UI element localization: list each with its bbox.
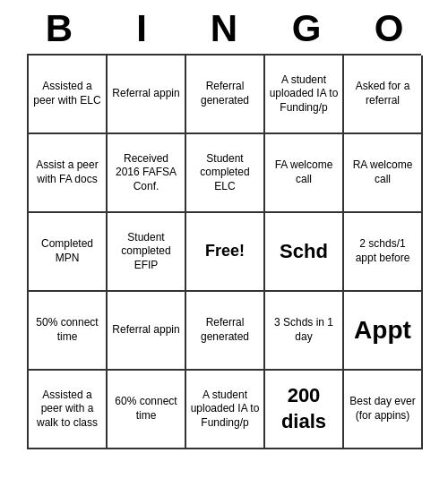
bingo-cell-24: Best day ever (for appins) [344, 371, 423, 449]
bingo-cell-11: Student completed EFIP [108, 213, 186, 292]
bingo-cell-19: Appt [344, 292, 423, 371]
bingo-cell-18: 3 Schds in 1 day [265, 292, 344, 371]
bingo-cell-23: 200 dials [265, 371, 344, 449]
bingo-cell-14: 2 schds/1 appt before [344, 213, 423, 292]
header-letter-o: O [349, 7, 428, 50]
bingo-cell-22: A student uploaded IA to Funding/p [186, 371, 265, 449]
bingo-cell-3: A student uploaded IA to Funding/p [265, 56, 344, 134]
bingo-cell-5: Assist a peer with FA docs [29, 134, 108, 213]
bingo-cell-16: Referral appin [108, 292, 186, 371]
bingo-cell-20: Assisted a peer with a walk to class [29, 371, 108, 449]
bingo-cell-7: Student completed ELC [186, 134, 265, 213]
header-letter-i: I [102, 7, 181, 50]
bingo-cell-4: Asked for a referral [344, 56, 423, 134]
bingo-cell-9: RA welcome call [344, 134, 423, 213]
bingo-cell-10: Completed MPN [29, 213, 108, 292]
header-letter-g: G [267, 7, 346, 50]
bingo-header: B I N G O [18, 0, 430, 54]
bingo-cell-12: Free! [186, 213, 265, 292]
bingo-cell-21: 60% connect time [108, 371, 186, 449]
bingo-cell-13: Schd [265, 213, 344, 292]
bingo-grid: Assisted a peer with ELCReferral appinRe… [27, 54, 421, 449]
bingo-cell-6: Received 2016 FAFSA Conf. [108, 134, 186, 213]
bingo-cell-17: Referral generated [186, 292, 265, 371]
bingo-cell-2: Referral generated [186, 56, 265, 134]
bingo-cell-8: FA welcome call [265, 134, 344, 213]
bingo-cell-1: Referral appin [108, 56, 186, 134]
header-letter-b: B [20, 7, 99, 50]
bingo-cell-15: 50% connect time [29, 292, 108, 371]
bingo-cell-0: Assisted a peer with ELC [29, 56, 108, 134]
header-letter-n: N [185, 7, 263, 50]
